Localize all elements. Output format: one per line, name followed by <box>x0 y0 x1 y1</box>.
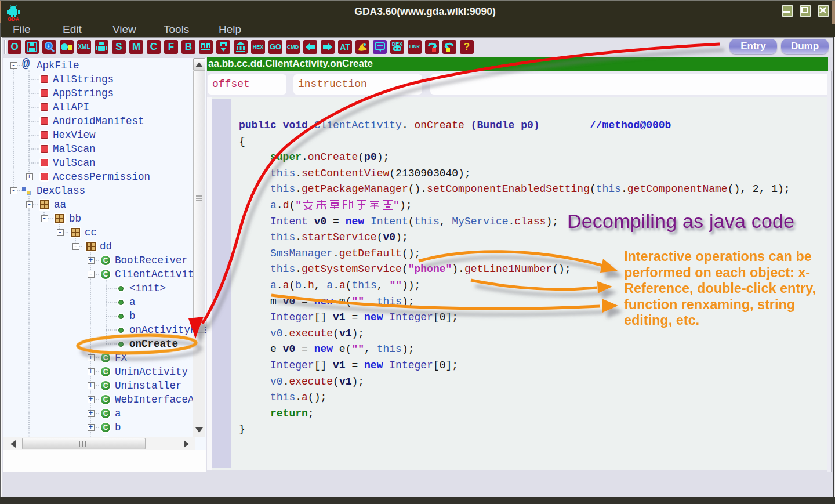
svg-text:GDA: GDA <box>8 16 20 21</box>
svg-text:+: + <box>47 43 50 49</box>
svg-text:DEX: DEX <box>392 41 403 47</box>
